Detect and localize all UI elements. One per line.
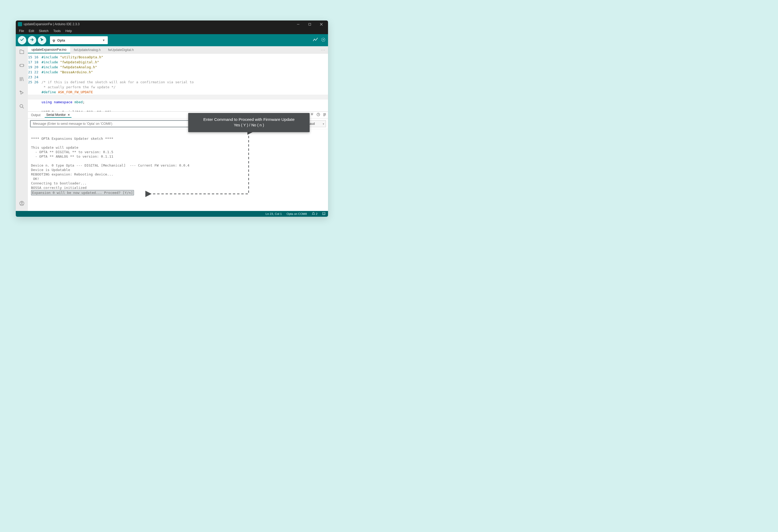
menu-edit[interactable]: Edit xyxy=(26,29,36,33)
menubar: File Edit Sketch Tools Help xyxy=(16,28,328,34)
collapse-panel-icon[interactable] xyxy=(310,113,314,117)
sketchbook-icon[interactable] xyxy=(19,49,25,56)
usb-icon: ψ xyxy=(53,38,55,42)
library-manager-icon[interactable] xyxy=(19,76,25,83)
account-icon[interactable] xyxy=(19,200,25,207)
arduino-ide-window: updateExpansionFw | Arduino IDE 2.3.3 Fi… xyxy=(16,20,328,217)
svg-point-8 xyxy=(323,39,324,40)
instruction-callout: Enter Command to Proceed with Firmware U… xyxy=(188,113,310,132)
menu-help[interactable]: Help xyxy=(63,29,74,33)
upload-button[interactable] xyxy=(28,36,36,45)
svg-rect-9 xyxy=(20,64,24,67)
svg-point-22 xyxy=(21,202,23,204)
debug-button[interactable] xyxy=(38,36,46,45)
window-controls xyxy=(292,20,327,28)
board-port-status[interactable]: Opta on COM8 xyxy=(287,212,307,215)
serial-output[interactable]: **** OPTA Expansions Updater sketch ****… xyxy=(28,129,328,211)
toolbar: ψ Opta ▼ xyxy=(16,34,328,46)
editor-tab[interactable]: fwUpdateAnalog.h xyxy=(70,46,104,53)
statusbar: Ln 23, Col 1 Opta on COM8 2 xyxy=(16,211,328,217)
svg-marker-5 xyxy=(41,38,44,41)
editor-tab[interactable]: fwUpdateDigital.h xyxy=(104,46,138,53)
svg-rect-1 xyxy=(309,23,311,25)
editor-tabs: updateExpansionFw.ino fwUpdateAnalog.h f… xyxy=(28,46,328,54)
svg-marker-17 xyxy=(21,91,23,94)
tab-overflow-button[interactable]: ··· xyxy=(319,48,328,52)
svg-line-20 xyxy=(23,107,24,108)
menu-tools[interactable]: Tools xyxy=(51,29,63,33)
serial-monitor-tab-label: Serial Monitor xyxy=(46,113,66,117)
code-content: #include "utility/BossaOpta.h" #include … xyxy=(42,54,328,111)
menu-sketch[interactable]: Sketch xyxy=(37,29,51,33)
arrow-right-icon xyxy=(30,37,34,43)
code-editor[interactable]: 15 16 17 18 19 20 21 22 23 24 25 26 #inc… xyxy=(28,54,328,111)
notifications-button[interactable]: 2 xyxy=(312,212,317,216)
minimize-button[interactable] xyxy=(292,20,304,28)
debug-play-icon xyxy=(40,37,45,43)
check-icon xyxy=(20,37,24,43)
debug-icon[interactable] xyxy=(19,90,25,97)
chevron-down-icon: ▼ xyxy=(102,38,105,42)
toggle-timestamp-icon[interactable] xyxy=(316,113,320,117)
toggle-autoscroll-icon[interactable] xyxy=(323,113,326,117)
app-icon xyxy=(18,22,22,26)
svg-point-18 xyxy=(20,91,21,92)
bell-icon xyxy=(312,212,315,216)
menu-file[interactable]: File xyxy=(17,29,26,33)
board-selector[interactable]: ψ Opta ▼ xyxy=(50,36,108,44)
svg-rect-30 xyxy=(322,212,325,214)
line-number-gutter: 15 16 17 18 19 20 21 22 23 24 25 26 xyxy=(28,54,42,111)
close-icon[interactable]: ✕ xyxy=(68,113,70,116)
close-button[interactable] xyxy=(315,20,327,28)
svg-line-16 xyxy=(23,77,23,81)
serial-prompt-line: Expansion 0 will be now updated... Proce… xyxy=(31,190,134,195)
cursor-position[interactable]: Ln 23, Col 1 xyxy=(265,212,282,215)
svg-point-19 xyxy=(20,105,23,107)
verify-button[interactable] xyxy=(18,36,26,45)
editor-tab[interactable]: updateExpansionFw.ino xyxy=(28,46,70,53)
close-panel-icon[interactable] xyxy=(322,212,325,216)
svg-point-6 xyxy=(41,38,42,39)
callout-line-2: Yes ( Y ) / No ( n ) xyxy=(193,122,305,128)
serial-monitor-tab[interactable]: Serial Monitor ✕ xyxy=(45,112,72,118)
serial-plotter-button[interactable] xyxy=(313,37,318,43)
activity-bar xyxy=(16,46,28,211)
window-title: updateExpansionFw | Arduino IDE 2.3.3 xyxy=(24,22,292,26)
serial-monitor-button[interactable] xyxy=(321,37,326,43)
maximize-button[interactable] xyxy=(304,20,315,28)
board-name: Opta xyxy=(57,38,65,42)
window-titlebar: updateExpansionFw | Arduino IDE 2.3.3 xyxy=(16,20,328,28)
callout-line-1: Enter Command to Proceed with Firmware U… xyxy=(193,117,305,122)
output-tab[interactable]: Output xyxy=(29,113,42,117)
boards-manager-icon[interactable] xyxy=(19,63,25,69)
search-icon[interactable] xyxy=(19,103,25,110)
svg-line-25 xyxy=(318,114,319,115)
notification-count: 2 xyxy=(316,212,317,215)
